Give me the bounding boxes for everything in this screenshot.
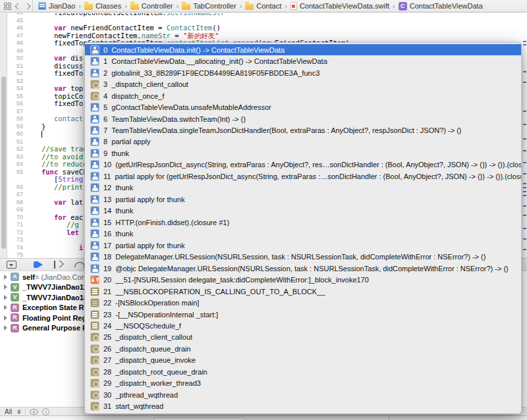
breadcrumb-item[interactable]: CContactTableViewData [399, 2, 483, 11]
back-icon[interactable] [15, 3, 22, 9]
stack-frame-row[interactable]: 1ContactTableViewData.__allocating_init(… [85, 55, 521, 66]
scrollbar-thumb[interactable] [1, 76, 6, 249]
line-number: 47 [8, 32, 29, 40]
disclosure-triangle-icon[interactable] [4, 295, 7, 300]
breadcrumb-label: ContactTableViewData [410, 2, 483, 10]
frame-index: 11 [103, 172, 111, 180]
code-line: 45 [8, 17, 527, 25]
stack-frame-row[interactable]: 9thunk [85, 147, 521, 159]
breakpoints-toggle-icon[interactable] [36, 261, 43, 269]
breadcrumb-item[interactable]: Contact [245, 2, 281, 10]
stack-frame-row[interactable]: 3_dispatch_client_callout [85, 78, 521, 90]
stack-frame-row[interactable]: 8partial apply [85, 136, 521, 147]
stack-frame-row[interactable]: 23-[__NSOperationInternal _start:] [85, 309, 521, 320]
change-mark [523, 249, 526, 250]
stack-frame-row[interactable]: 18DelegateManager.URLSession(NSURLSessio… [85, 251, 521, 262]
editor-left-scrollbar[interactable] [0, 13, 7, 258]
forward-icon[interactable] [24, 3, 31, 9]
stack-frame-row[interactable]: 7TeamTableViewData.singleTeamJsonDictHan… [85, 124, 521, 136]
continue-icon[interactable] [53, 261, 64, 269]
stack-frame-row[interactable]: 19@objc DelegateManager.URLSession(NSURL… [85, 263, 521, 274]
stack-frame-row[interactable]: 24__NSOQSchedule_f [85, 320, 521, 331]
frame-index: 15 [103, 219, 111, 226]
line-number: 60 [8, 130, 29, 138]
change-mark [523, 44, 526, 45]
change-mark [523, 124, 526, 125]
person-icon [90, 115, 99, 124]
line-number: 70 [8, 214, 29, 222]
breadcrumb-label: ContactTableViewData.swift [300, 2, 389, 10]
line-number: 50 [8, 55, 29, 63]
stack-frame-row[interactable]: 17partial apply for thunk [85, 240, 521, 251]
line-number: 73 [8, 236, 29, 244]
stack-frame-row[interactable]: 2globalinit_33_8B289F1F9ECDB4499EA819F05… [85, 67, 521, 78]
frame-label: __51-[NSURLSession delegate_task:didComp… [115, 276, 369, 284]
stack-frame-row[interactable]: 25_dispatch_client_callout [85, 332, 521, 343]
stack-frame-row[interactable]: 29_dispatch_worker_thread3 [85, 378, 521, 389]
hide-debug-area-icon[interactable] [7, 261, 16, 269]
line-number [8, 176, 29, 184]
stack-frame-row[interactable]: 13partial apply for thunk [85, 194, 521, 205]
stack-frame-row[interactable]: 27_dispatch_queue_invoke [85, 355, 521, 366]
stack-frame-row[interactable]: 22-[NSBlockOperation main] [85, 297, 521, 308]
jump-bar: JianDao›Classes›Controller›TabController… [0, 0, 527, 13]
stack-frame-row[interactable]: 28_dispatch_root_queue_drain [85, 366, 521, 377]
stack-frame-row[interactable]: 11partial apply for (getUrlRespJsonDict_… [85, 171, 521, 182]
breadcrumb-item[interactable]: JianDao [38, 2, 75, 10]
folder-icon [245, 3, 254, 10]
breadcrumb-label: Contact [256, 2, 281, 10]
stack-frame-row[interactable]: 6TeamTableViewData.switchTeam(Int) -> () [85, 113, 521, 124]
scope-filter-stepper-icon[interactable] [17, 409, 21, 414]
disclosure-triangle-icon[interactable] [4, 325, 7, 330]
stack-frame-row[interactable]: 5gContactTableViewData.unsafeMutableAddr… [85, 101, 521, 113]
print-description-icon[interactable]: i [42, 408, 49, 415]
stack-frame-row[interactable]: 15HTTP.(onFinish.didset).(closure #1) [85, 217, 521, 228]
code-line: 47 newFriendContactItem.nameStr = "新的好友" [8, 32, 527, 40]
disclosure-triangle-icon[interactable] [4, 275, 7, 280]
stack-frame-row[interactable]: 14thunk [85, 205, 521, 217]
disclosure-triangle-icon[interactable] [4, 284, 7, 290]
person-icon [90, 57, 99, 66]
person-icon [90, 241, 99, 250]
stack-frame-row[interactable]: 12thunk [85, 182, 521, 194]
stack-frame-row[interactable]: 10(getUrlRespJsonDict_async(String, extr… [85, 159, 521, 171]
frame-label: (getUrlRespJsonDict_async(String, extraP… [115, 161, 521, 169]
step-over-icon[interactable] [74, 262, 85, 267]
stack-frame-row[interactable]: 21__NSBLOCKOPERATION_IS_CALLING_OUT_TO_A… [85, 286, 521, 297]
change-mark [523, 205, 526, 207]
disclosure-triangle-icon[interactable] [4, 315, 7, 321]
stack-frame-row[interactable]: 16thunk [85, 228, 521, 240]
person-icon [90, 206, 99, 215]
line-number: 51 [8, 63, 29, 70]
change-mark [523, 183, 526, 184]
scope-filter[interactable]: All [5, 408, 12, 415]
breadcrumb-item[interactable]: Classes [84, 2, 121, 10]
frame-index: 30 [103, 391, 111, 399]
breadcrumb-separator: › [125, 2, 127, 10]
stack-frame-row[interactable]: 20__51-[NSURLSession delegate_task:didCo… [85, 274, 521, 285]
console-filter-field[interactable] [153, 417, 246, 420]
related-items-icon[interactable] [4, 3, 11, 10]
debug-pane-splitter[interactable] [389, 416, 389, 420]
quick-look-icon[interactable] [30, 409, 38, 415]
dispatch-icon [90, 402, 99, 411]
breadcrumb-item[interactable]: ContactTableViewData.swift [291, 2, 389, 10]
folder-icon [84, 3, 93, 10]
disclosure-triangle-icon[interactable] [4, 305, 7, 310]
breadcrumb-item[interactable]: Controller [130, 2, 173, 10]
stack-frame-row[interactable]: 4dispatch_once_f [85, 90, 521, 101]
frame-label: DelegateManager.URLSession(NSURLSession,… [115, 253, 485, 261]
stack-frame-row[interactable]: 26_dispatch_queue_drain [85, 343, 521, 354]
breadcrumb-item[interactable]: TabController [182, 2, 236, 10]
objc-frame-icon [90, 321, 99, 330]
stack-frame-row[interactable]: 0ContactTableViewData.init() -> ContactT… [85, 44, 521, 55]
stack-frame-row[interactable]: 31start_wqthread [85, 401, 521, 412]
person-icon [90, 172, 99, 181]
frame-label: thunk [111, 149, 129, 157]
frame-index: 22 [103, 299, 111, 307]
frame-index: 28 [103, 368, 111, 376]
line-number: 66 [8, 184, 29, 192]
frame-label: thunk [115, 184, 133, 192]
stack-frame-row[interactable]: 30_pthread_wqthread [85, 389, 521, 400]
variable-type-badge: V [11, 283, 19, 292]
